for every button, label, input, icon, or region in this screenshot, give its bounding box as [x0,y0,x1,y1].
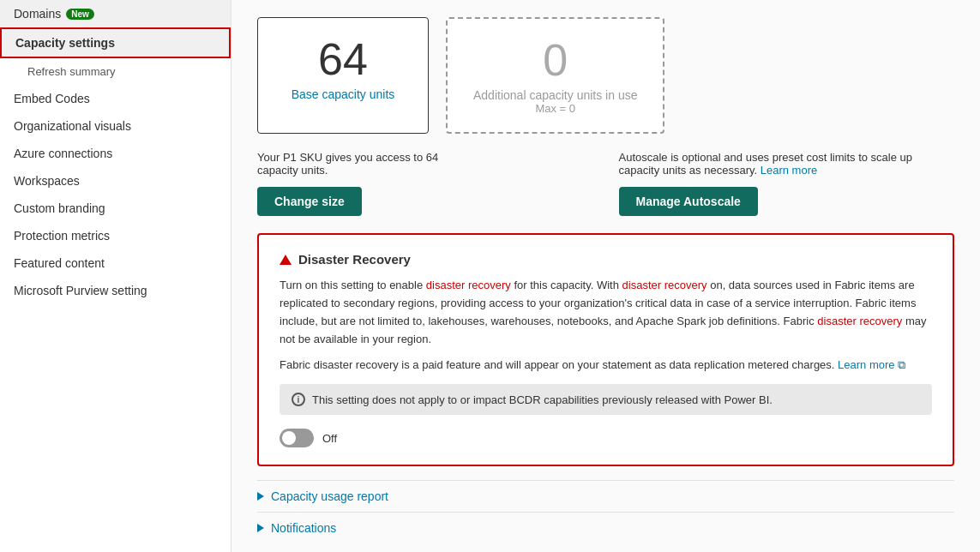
info-row: Your P1 SKU gives you access to 64 capac… [257,151,954,216]
manage-autoscale-button[interactable]: Manage Autoscale [619,187,758,216]
sidebar-item-capacity-settings[interactable]: Capacity settings [0,27,231,58]
capacity-cards-row: 64 Base capacity units 0 Additional capa… [257,17,954,134]
additional-capacity-label: Additional capacity units in use [473,88,637,102]
chevron-right-icon [257,492,264,501]
sidebar-item-embed-codes[interactable]: Embed Codes [0,85,231,112]
sidebar-item-label: Microsoft Purview setting [14,284,147,297]
disaster-paid-notice: Fabric disaster recovery is a paid featu… [280,358,932,372]
disaster-toggle-row: Off [280,429,932,447]
disaster-bcdr-note: i This setting does not apply to or impa… [280,384,932,415]
autoscale-learn-more-link[interactable]: Learn more [761,164,817,177]
disaster-recovery-box: Disaster Recovery Turn on this setting t… [257,233,954,466]
sidebar-item-label: Workspaces [14,174,80,188]
disaster-learn-more-link[interactable]: Learn more ⧉ [838,358,905,371]
additional-capacity-max: Max = 0 [535,102,575,115]
sidebar-item-label: Featured content [14,256,105,270]
info-circle-icon: i [292,393,305,406]
base-capacity-number: 64 [318,35,368,84]
sidebar-item-label: Embed Codes [14,92,90,105]
base-capacity-card: 64 Base capacity units [257,17,429,134]
notifications-label: Notifications [271,521,336,535]
chevron-right-icon [257,524,264,532]
sku-info-text: Your P1 SKU gives you access to 64 capac… [257,151,480,177]
sidebar-item-label: Protection metrics [14,229,110,243]
sidebar-item-label: Refresh summary [27,65,116,78]
sidebar-item-featured-content[interactable]: Featured content [0,249,231,277]
sidebar-item-label: Organizational visuals [14,119,131,133]
additional-capacity-number: 0 [543,36,568,85]
additional-capacity-card: 0 Additional capacity units in use Max =… [446,17,664,134]
sidebar-item-protection-metrics[interactable]: Protection metrics [0,222,231,249]
sidebar-item-org-visuals[interactable]: Organizational visuals [0,112,231,140]
sidebar: Domains New Capacity settings Refresh su… [0,0,231,552]
new-badge: New [66,9,94,20]
capacity-usage-expand[interactable]: Capacity usage report [257,480,954,512]
autoscale-info-text: Autoscale is optional and uses preset co… [619,151,955,177]
sidebar-item-label: Capacity settings [15,36,115,50]
disaster-toggle-label: Off [322,432,337,445]
change-size-button[interactable]: Change size [257,187,362,216]
sidebar-item-label: Domains [14,7,61,21]
sidebar-item-workspaces[interactable]: Workspaces [0,167,231,195]
sidebar-item-azure-connections[interactable]: Azure connections [0,140,231,167]
info-left: Your P1 SKU gives you access to 64 capac… [257,151,593,216]
notifications-expand[interactable]: Notifications [257,512,954,543]
disaster-recovery-description: Turn on this setting to enable disaster … [280,277,931,348]
sidebar-item-domains[interactable]: Domains New [0,0,231,27]
info-right: Autoscale is optional and uses preset co… [619,151,955,216]
sidebar-item-label: Azure connections [14,147,112,160]
disaster-recovery-title: Disaster Recovery [280,252,932,267]
base-capacity-label: Base capacity units [292,87,395,101]
sidebar-item-refresh-summary[interactable]: Refresh summary [0,58,231,85]
warning-triangle-icon [280,255,292,265]
sidebar-item-label: Custom branding [14,201,105,215]
main-content: 64 Base capacity units 0 Additional capa… [231,0,980,552]
sidebar-item-custom-branding[interactable]: Custom branding [0,195,231,222]
capacity-usage-label: Capacity usage report [271,489,388,503]
disaster-recovery-toggle[interactable] [280,429,314,447]
sidebar-item-microsoft-purview[interactable]: Microsoft Purview setting [0,277,231,304]
